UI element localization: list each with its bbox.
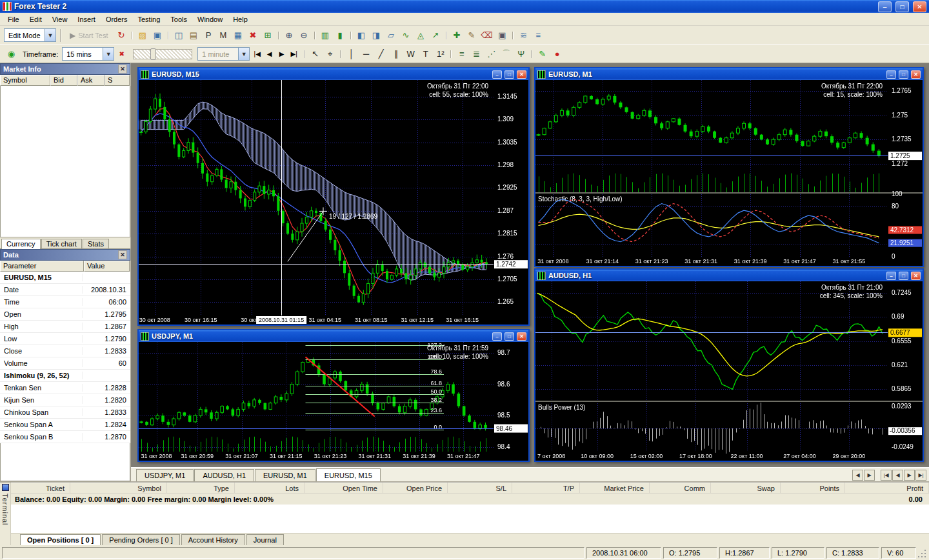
tick-chart-icon[interactable]: ◫ bbox=[172, 28, 186, 42]
snapshot-icon[interactable]: ▣ bbox=[495, 28, 510, 42]
start-test-button[interactable]: ▶ Start Test bbox=[65, 28, 113, 42]
chevron-down-icon[interactable]: ▼ bbox=[103, 48, 114, 60]
terminal-col-ticket[interactable]: Ticket bbox=[11, 483, 70, 493]
restore-button[interactable]: □ bbox=[899, 70, 908, 79]
data-col-value[interactable]: Value bbox=[84, 261, 130, 272]
chart-canvas-audusd-h1[interactable] bbox=[535, 281, 923, 461]
menu-item-insert[interactable]: Insert bbox=[72, 14, 101, 25]
menu-item-tools[interactable]: Tools bbox=[165, 14, 192, 25]
marker-icon[interactable]: ● bbox=[550, 47, 564, 61]
tile-vertical-icon[interactable]: ◨ bbox=[369, 28, 384, 42]
speed-select[interactable]: 1 minute ▼ bbox=[197, 47, 250, 61]
add-indicator-icon[interactable]: ✚ bbox=[450, 28, 464, 42]
market-info-col-symbol[interactable]: Symbol bbox=[0, 75, 50, 86]
mdi-tab-eurusd-m1[interactable]: EURUSD, M1 bbox=[255, 469, 315, 481]
symbols-list-icon[interactable]: ≡ bbox=[531, 28, 546, 42]
terminal-tab-open-positions-0-[interactable]: Open Positions [ 0 ] bbox=[20, 534, 101, 545]
chart-window-audusd-h1[interactable]: AUDUSD, H1–□✕ bbox=[534, 268, 924, 462]
menu-item-edit[interactable]: Edit bbox=[25, 14, 47, 25]
chart-canvas-eurusd-m1[interactable] bbox=[535, 80, 923, 266]
close-button[interactable]: ✕ bbox=[913, 1, 926, 12]
close-button[interactable]: ✕ bbox=[911, 70, 921, 79]
restore-button[interactable]: □ bbox=[899, 272, 908, 280]
menu-item-view[interactable]: View bbox=[47, 14, 73, 25]
resize-grip[interactable] bbox=[918, 550, 927, 559]
terminal-col-market-price[interactable]: Market Price bbox=[580, 483, 650, 493]
mdi-last-tab[interactable]: ▶| bbox=[915, 470, 926, 481]
export-data-icon[interactable]: ▤ bbox=[186, 28, 201, 42]
fibo-retracement-icon[interactable]: ≡ bbox=[454, 47, 469, 61]
channel-tool-icon[interactable]: ∥ bbox=[388, 47, 403, 61]
text-tool-icon[interactable]: T bbox=[418, 47, 433, 61]
crosshair-icon[interactable]: ⌖ bbox=[323, 47, 337, 61]
tab-currency[interactable]: Currency bbox=[1, 239, 41, 249]
mdi-first-tab[interactable]: |◀ bbox=[881, 470, 892, 481]
menu-item-orders[interactable]: Orders bbox=[101, 14, 133, 25]
area-chart-icon[interactable]: ◬ bbox=[414, 28, 428, 42]
vertical-line-tool-icon[interactable]: │ bbox=[344, 47, 359, 61]
mdi-prev-tab[interactable]: ◀ bbox=[892, 470, 903, 481]
arrow-up-chart-icon[interactable]: ↗ bbox=[428, 28, 443, 42]
chart-window-eurusd-m1[interactable]: EURUSD, M1–□✕ bbox=[534, 67, 924, 267]
minimize-button[interactable]: – bbox=[878, 1, 892, 12]
cursor-icon[interactable]: ↖ bbox=[308, 47, 323, 61]
restart-test-icon[interactable]: ↻ bbox=[114, 28, 129, 42]
terminal-side-tab[interactable]: Terminal bbox=[0, 483, 11, 545]
close-icon[interactable]: ✕ bbox=[118, 65, 127, 74]
step-to-end-button[interactable]: ▶| bbox=[288, 48, 300, 60]
remove-timeframe-icon[interactable]: ✖ bbox=[115, 48, 128, 60]
mdi-tab-eurusd-m15[interactable]: EURUSD, M15 bbox=[316, 468, 381, 481]
terminal-col-comm[interactable]: Comm bbox=[650, 483, 711, 493]
delete-chart-icon[interactable]: ✖ bbox=[246, 28, 261, 42]
menu-item-window[interactable]: Window bbox=[192, 14, 228, 25]
chevron-down-icon[interactable]: ▼ bbox=[45, 29, 55, 41]
chevron-down-icon[interactable]: ▼ bbox=[238, 48, 249, 60]
fibo-arcs-icon[interactable]: ⌒ bbox=[499, 47, 514, 61]
close-button[interactable]: ✕ bbox=[517, 332, 526, 341]
bar-chart-icon[interactable]: ▥ bbox=[318, 28, 333, 42]
mdi-next-tab[interactable]: ▶ bbox=[904, 470, 915, 481]
minimize-button[interactable]: – bbox=[886, 272, 896, 280]
profile-p-icon[interactable]: P bbox=[201, 28, 216, 42]
terminal-col-profit[interactable]: Profit bbox=[845, 483, 929, 493]
close-icon[interactable]: ✕ bbox=[118, 250, 127, 259]
mdi-tab-usdjpy-m1[interactable]: USDJPY, M1 bbox=[136, 469, 194, 481]
mdi-tab-audusd-h1[interactable]: AUDUSD, H1 bbox=[194, 469, 254, 481]
slider-thumb[interactable] bbox=[150, 48, 156, 60]
add-chart-icon[interactable]: ⊞ bbox=[261, 28, 275, 42]
wave-tool-icon[interactable]: W bbox=[403, 47, 418, 61]
minimize-button[interactable]: – bbox=[492, 332, 502, 341]
menu-item-testing[interactable]: Testing bbox=[133, 14, 166, 25]
zoom-out-icon[interactable]: ⊖ bbox=[297, 28, 312, 42]
line-chart-icon[interactable]: ∿ bbox=[399, 28, 414, 42]
market-info-col-ask[interactable]: Ask bbox=[77, 75, 105, 86]
terminal-col-points[interactable]: Points bbox=[781, 483, 845, 493]
open-project-icon[interactable]: ▨ bbox=[135, 28, 150, 42]
fibo-fan-icon[interactable]: ⋰ bbox=[484, 47, 499, 61]
step-back-button[interactable]: ◀ bbox=[263, 48, 275, 60]
horizontal-line-tool-icon[interactable]: ─ bbox=[359, 47, 374, 61]
mdi-scroll-right[interactable]: ▶ bbox=[864, 470, 875, 481]
edit-mode-select[interactable]: Edit Mode ▼ bbox=[4, 28, 56, 42]
step-to-start-button[interactable]: |◀ bbox=[251, 48, 263, 60]
terminal-col-open-price[interactable]: Open Price bbox=[383, 483, 448, 493]
terminal-col-s-l[interactable]: S/L bbox=[448, 483, 512, 493]
market-info-col-s[interactable]: S bbox=[105, 75, 130, 86]
chart-canvas-eurusd-m15[interactable] bbox=[139, 80, 528, 325]
close-button[interactable]: ✕ bbox=[517, 70, 526, 79]
chart-titlebar[interactable]: AUDUSD, H1–□✕ bbox=[535, 270, 923, 281]
close-button[interactable]: ✕ bbox=[911, 272, 921, 280]
tile-horizontal-icon[interactable]: ◧ bbox=[354, 28, 369, 42]
terminal-tab-account-history[interactable]: Account History bbox=[181, 534, 245, 545]
minimize-button[interactable]: – bbox=[886, 70, 896, 79]
eraser-icon[interactable]: ⌫ bbox=[479, 28, 495, 42]
save-project-icon[interactable]: ▣ bbox=[150, 28, 165, 42]
terminal-col-lots[interactable]: Lots bbox=[235, 483, 305, 493]
menu-item-file[interactable]: File bbox=[3, 14, 25, 25]
terminal-tab-pending-orders-0-[interactable]: Pending Orders [ 0 ] bbox=[102, 534, 179, 545]
restore-button[interactable]: □ bbox=[504, 332, 514, 341]
step-forward-button[interactable]: ▶ bbox=[275, 48, 288, 60]
cascade-windows-icon[interactable]: ▱ bbox=[384, 28, 399, 42]
terminal-tab-journal[interactable]: Journal bbox=[246, 534, 284, 545]
terminal-col-symbol[interactable]: Symbol bbox=[70, 483, 167, 493]
